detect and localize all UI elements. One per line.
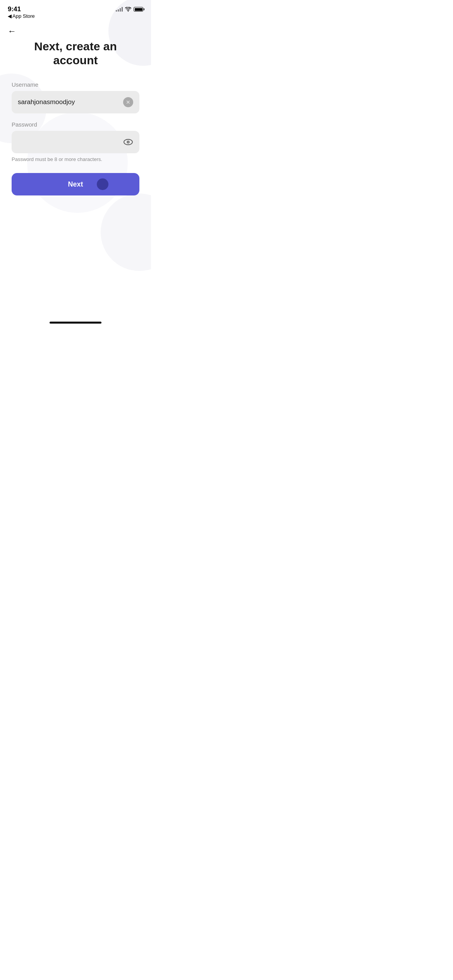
username-input[interactable] (18, 98, 123, 106)
status-bar: 9:41 ◀ App Store (0, 0, 151, 20)
signal-bar-2 (118, 9, 119, 12)
signal-icon (116, 7, 123, 12)
svg-point-3 (101, 194, 151, 271)
eye-icon (124, 139, 133, 146)
battery-fill (135, 8, 142, 11)
status-app-store: ◀ App Store (8, 13, 35, 19)
status-left: 9:41 ◀ App Store (8, 5, 35, 19)
password-section: Password (12, 121, 139, 153)
signal-bar-1 (116, 10, 117, 12)
svg-point-4 (128, 10, 129, 11)
password-input[interactable] (18, 138, 123, 146)
back-arrow-icon: ← (8, 26, 16, 36)
signal-bar-4 (122, 7, 123, 12)
home-indicator (50, 322, 101, 324)
status-time: 9:41 (8, 5, 21, 13)
username-clear-button[interactable]: ✕ (123, 97, 133, 107)
next-button[interactable]: Next (12, 173, 139, 195)
wifi-icon (125, 7, 131, 12)
password-label: Password (12, 121, 139, 128)
next-button-dot (97, 178, 108, 190)
password-hint: Password must be 8 or more characters. (12, 156, 139, 162)
back-button[interactable]: ← (0, 20, 151, 39)
clear-circle-icon: ✕ (123, 97, 133, 107)
page-title: Next, create an account (12, 39, 139, 67)
main-content: Next, create an account Username ✕ Passw… (0, 39, 151, 195)
back-triangle-icon: ◀ (8, 13, 12, 19)
svg-point-7 (128, 142, 129, 143)
password-input-container (12, 131, 139, 153)
signal-bar-3 (120, 8, 121, 12)
username-section: Username ✕ (12, 81, 139, 113)
battery-icon (134, 7, 143, 12)
password-toggle-button[interactable] (123, 137, 133, 147)
username-label: Username (12, 81, 139, 88)
next-button-label: Next (68, 180, 83, 188)
username-input-container: ✕ (12, 91, 139, 113)
status-right (116, 5, 143, 12)
